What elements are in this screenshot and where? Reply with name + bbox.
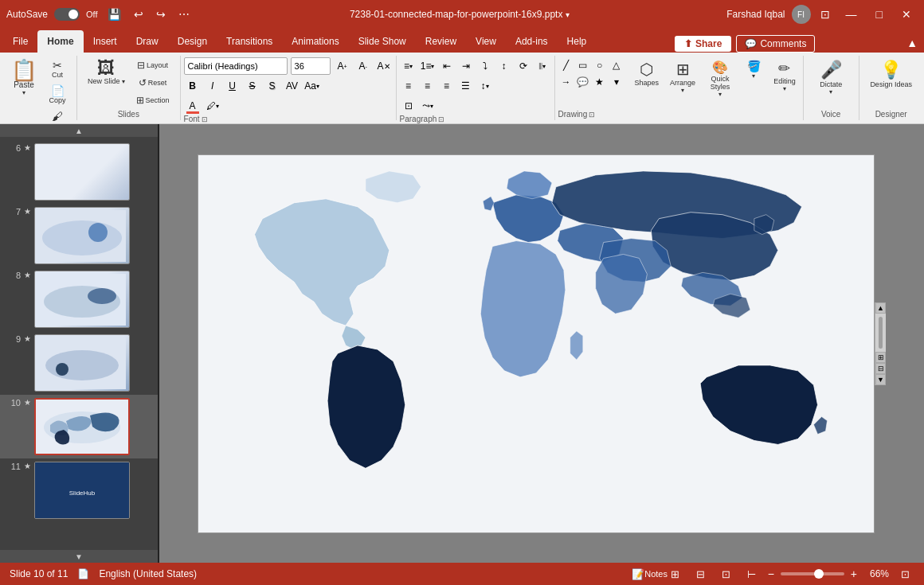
- scroll-shrink[interactable]: ⊟: [875, 363, 886, 374]
- align-objects-button[interactable]: ⟳: [515, 57, 532, 75]
- slide-item-6[interactable]: 6 ★: [0, 140, 158, 204]
- scroll-down-arrow[interactable]: ▼: [875, 374, 886, 385]
- format-painter-button[interactable]: 🖌: [45, 108, 70, 124]
- dictate-dropdown[interactable]: ▾: [829, 88, 832, 96]
- font-expand-icon[interactable]: ⊡: [202, 115, 208, 123]
- align-right-button[interactable]: ≡: [438, 77, 456, 95]
- view-grid-button[interactable]: ⊟: [691, 566, 711, 582]
- fit-to-window-button[interactable]: ⊡: [895, 566, 914, 582]
- shape-line[interactable]: ╱: [558, 57, 574, 73]
- increase-font-size-button[interactable]: A+: [334, 57, 351, 75]
- design-ideas-button[interactable]: 💡 Design Ideas: [866, 57, 916, 91]
- autosave-toggle[interactable]: [54, 8, 80, 21]
- quick-styles-dropdown[interactable]: ▾: [718, 91, 722, 98]
- slide-panel-scroll-down[interactable]: ▼: [0, 550, 158, 563]
- close-button[interactable]: ✕: [895, 6, 918, 22]
- zoom-minus[interactable]: −: [768, 567, 774, 580]
- tab-slideshow[interactable]: Slide Show: [349, 30, 416, 53]
- clear-format-button[interactable]: A✕: [375, 57, 393, 75]
- save-icon[interactable]: 💾: [104, 6, 124, 22]
- zoom-slider[interactable]: [781, 572, 844, 575]
- bold-button[interactable]: B: [184, 77, 202, 95]
- shape-more[interactable]: ▾: [609, 74, 624, 90]
- increase-indent-button[interactable]: ⇥: [457, 57, 475, 75]
- redo-icon[interactable]: ↪: [153, 6, 169, 22]
- highlight-button[interactable]: 🖊 ▾: [204, 97, 221, 115]
- font-name-input[interactable]: [184, 57, 288, 75]
- text-direction-button[interactable]: ↕: [495, 57, 513, 75]
- tab-addins[interactable]: Add-ins: [506, 30, 558, 53]
- align-left-button[interactable]: ≡: [400, 77, 417, 95]
- dictate-button[interactable]: 🎤 Dictate ▾: [816, 57, 846, 98]
- ribbon-display-icon[interactable]: ⊡: [817, 6, 833, 22]
- tab-file[interactable]: File: [3, 30, 37, 53]
- ribbon-collapse-button[interactable]: ▲: [900, 33, 924, 53]
- zoom-plus[interactable]: +: [851, 567, 857, 580]
- shape-fill-dropdown[interactable]: ▾: [752, 72, 755, 80]
- slide-item-11[interactable]: 11 ★ SlideHub: [0, 458, 158, 522]
- smart-art-button[interactable]: ⤵: [476, 57, 494, 75]
- comments-button[interactable]: 💬 Comments: [736, 35, 815, 53]
- new-slide-dropdown[interactable]: ▾: [122, 78, 125, 85]
- shape-callout[interactable]: 💬: [575, 74, 591, 90]
- copy-button[interactable]: 📄 Copy: [45, 83, 70, 107]
- maximize-button[interactable]: □: [870, 6, 889, 22]
- tab-review[interactable]: Review: [416, 30, 466, 53]
- section-button[interactable]: ⊞ Section: [132, 92, 174, 108]
- reset-button[interactable]: ↺ Reset: [132, 75, 174, 91]
- char-spacing-button[interactable]: AV: [284, 77, 301, 95]
- columns-button[interactable]: ⫴ ▾: [534, 57, 551, 75]
- editing-button[interactable]: ✏ Editing ▾: [769, 57, 800, 95]
- decrease-font-size-button[interactable]: A-: [354, 57, 372, 75]
- new-slide-button[interactable]: 🖼 New Slide ▾: [84, 57, 129, 88]
- slide-item-9[interactable]: 9 ★: [0, 331, 158, 395]
- bullets-button[interactable]: ≡ ▾: [400, 57, 417, 75]
- tab-design[interactable]: Design: [168, 30, 217, 53]
- strikethrough-button[interactable]: S: [244, 77, 261, 95]
- slide-item-10[interactable]: 10 ★: [0, 395, 158, 458]
- shape-triangle[interactable]: △: [609, 57, 624, 73]
- change-case-button[interactable]: Aa ▾: [303, 77, 321, 95]
- view-reading-button[interactable]: ⊡: [717, 566, 736, 582]
- slide-item-8[interactable]: 8 ★: [0, 267, 158, 331]
- tab-home[interactable]: Home: [37, 30, 83, 53]
- tab-animations[interactable]: Animations: [282, 30, 348, 53]
- shapes-button[interactable]: ⬡ Shapes: [631, 57, 664, 89]
- shape-star[interactable]: ★: [592, 74, 608, 90]
- font-size-input[interactable]: [291, 57, 331, 75]
- notes-button[interactable]: 📝 Notes: [640, 566, 660, 582]
- arrange-button[interactable]: ⊞ Arrange ▾: [666, 57, 699, 96]
- align-center-button[interactable]: ≡: [419, 77, 437, 95]
- editing-dropdown[interactable]: ▾: [783, 85, 786, 92]
- tab-view[interactable]: View: [466, 30, 506, 53]
- shape-oval[interactable]: ○: [592, 57, 608, 73]
- drawing-expand-icon[interactable]: ⊡: [589, 111, 595, 119]
- shadow-button[interactable]: S: [264, 77, 281, 95]
- scroll-thumb[interactable]: [879, 317, 883, 349]
- share-button[interactable]: ⬆ Share: [675, 36, 731, 52]
- view-presenter-button[interactable]: ⊢: [742, 566, 762, 582]
- slide-panel-scroll-up[interactable]: ▲: [0, 124, 158, 137]
- undo-icon[interactable]: ↩: [131, 6, 147, 22]
- line-spacing-button[interactable]: ↕ ▾: [476, 77, 494, 95]
- arrange-dropdown[interactable]: ▾: [681, 87, 684, 94]
- convert-to-smartart-button[interactable]: ⤳ ▾: [419, 97, 437, 115]
- customize-icon[interactable]: ⋯: [175, 6, 193, 22]
- view-normal-button[interactable]: ⊞: [666, 566, 685, 582]
- quick-styles-button[interactable]: 🎨 Quick Styles ▾: [703, 57, 738, 100]
- justify-button[interactable]: ☰: [457, 77, 475, 95]
- title-dropdown-icon[interactable]: ▾: [566, 10, 570, 19]
- paste-dropdown[interactable]: ▾: [22, 89, 25, 96]
- text-box-button[interactable]: ⊡: [400, 97, 417, 115]
- tab-draw[interactable]: Draw: [127, 30, 168, 53]
- user-avatar[interactable]: FI: [792, 5, 811, 24]
- font-color-button[interactable]: A: [184, 97, 202, 115]
- numbering-button[interactable]: 1≡ ▾: [419, 57, 437, 75]
- tab-insert[interactable]: Insert: [84, 30, 127, 53]
- shape-rect[interactable]: ▭: [575, 57, 591, 73]
- decrease-indent-button[interactable]: ⇤: [438, 57, 456, 75]
- minimize-button[interactable]: —: [840, 6, 863, 22]
- paste-button[interactable]: 📋 Paste ▾: [6, 57, 41, 99]
- scroll-up-arrow[interactable]: ▲: [875, 302, 886, 314]
- slide-canvas[interactable]: [198, 154, 875, 533]
